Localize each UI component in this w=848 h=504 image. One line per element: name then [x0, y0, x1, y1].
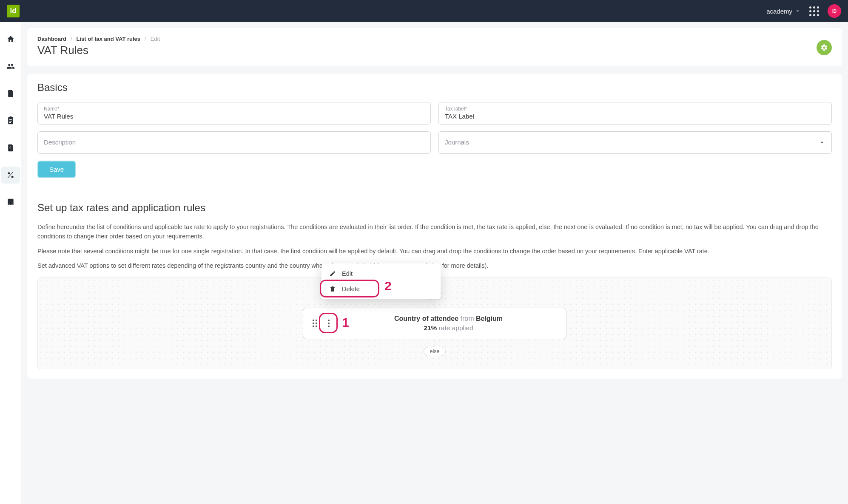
- page-header-card: Dashboard / List of tax and VAT rules / …: [27, 28, 842, 66]
- taxlabel-input[interactable]: [445, 113, 825, 120]
- rule-condition-value: Belgium: [476, 315, 503, 322]
- rule-rate-suffix: rate applied: [439, 324, 473, 331]
- drag-handle-icon[interactable]: [313, 320, 317, 327]
- sidenav-people[interactable]: [1, 58, 20, 75]
- percent-icon: [6, 171, 15, 179]
- form-icon: [6, 89, 15, 98]
- trash-icon: [329, 286, 336, 292]
- save-button[interactable]: Save: [37, 161, 76, 178]
- taxlabel-field-wrapper[interactable]: Tax label*: [438, 102, 832, 125]
- sidenav-book[interactable]: [1, 194, 20, 211]
- sidenav-forms[interactable]: [1, 85, 20, 102]
- chevron-down-icon: [795, 8, 801, 14]
- description-input[interactable]: [44, 135, 424, 149]
- breadcrumb-dashboard[interactable]: Dashboard: [37, 36, 66, 42]
- breadcrumb-list[interactable]: List of tax and VAT rules: [77, 36, 140, 42]
- breadcrumb-current: Edit: [151, 36, 160, 42]
- apps-grid-icon[interactable]: [809, 6, 819, 16]
- rule-body: Country of attendee from Belgium 21% rat…: [340, 315, 557, 332]
- description-field-wrapper[interactable]: [37, 131, 431, 154]
- taxlabel-label: Tax label*: [445, 106, 825, 112]
- rule-card[interactable]: Country of attendee from Belgium 21% rat…: [303, 308, 566, 339]
- menu-edit-label: Edit: [342, 270, 353, 277]
- name-field-wrapper[interactable]: Name*: [37, 102, 431, 125]
- topbar: id academy ID: [0, 0, 848, 22]
- sidenav-tax[interactable]: [1, 167, 20, 184]
- invoice-icon: [6, 144, 15, 152]
- pencil-icon: [329, 270, 336, 277]
- menu-delete[interactable]: Delete: [322, 281, 441, 297]
- rule-rate-value: 21%: [424, 324, 437, 331]
- rule-condition-field: Country of attendee: [394, 315, 458, 322]
- sidenav-home[interactable]: [1, 31, 20, 48]
- rules-p1: Define hereunder the list of conditions …: [37, 222, 832, 241]
- breadcrumb: Dashboard / List of tax and VAT rules / …: [37, 36, 160, 42]
- account-dropdown[interactable]: academy: [766, 8, 801, 15]
- side-nav: [0, 22, 21, 504]
- clipboard-icon: [6, 116, 15, 125]
- rule-context-menu: Edit Delete: [322, 263, 441, 299]
- chevron-down-icon: [819, 139, 825, 146]
- journals-field-wrapper[interactable]: [438, 131, 832, 154]
- menu-edit[interactable]: Edit: [322, 266, 441, 281]
- rule-condition-word: from: [461, 315, 474, 322]
- account-name: academy: [766, 8, 792, 15]
- menu-delete-label: Delete: [342, 286, 360, 292]
- user-avatar[interactable]: ID: [828, 4, 841, 18]
- name-input[interactable]: [44, 113, 424, 120]
- book-icon: [6, 198, 15, 207]
- sidenav-clipboard[interactable]: [1, 112, 20, 129]
- people-icon: [6, 62, 15, 71]
- flow-else-pill: else: [424, 347, 446, 356]
- rules-heading: Set up tax rates and application rules: [37, 202, 832, 214]
- name-label: Name*: [44, 106, 424, 112]
- main-content: Dashboard / List of tax and VAT rules / …: [21, 22, 848, 504]
- sidenav-invoice[interactable]: [1, 139, 20, 156]
- journals-select[interactable]: [445, 135, 819, 149]
- gear-icon: [820, 44, 828, 51]
- app-logo[interactable]: id: [7, 5, 20, 17]
- page-title: VAT Rules: [37, 44, 160, 57]
- basics-heading: Basics: [37, 82, 832, 93]
- rule-menu-button[interactable]: [323, 316, 334, 331]
- rules-p2: Please note that several conditions migh…: [37, 246, 832, 256]
- home-icon: [6, 35, 15, 43]
- settings-button[interactable]: [817, 40, 832, 55]
- form-card: Basics Name* Tax label*: [27, 74, 842, 379]
